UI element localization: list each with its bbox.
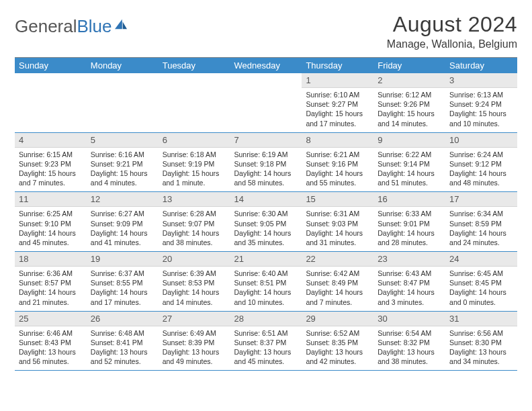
daylight-line: Daylight: 13 hours and 56 minutes.	[19, 347, 83, 366]
daylight-line: Daylight: 14 hours and 41 minutes.	[91, 228, 154, 247]
logo-sail-icon	[114, 18, 128, 30]
sunrise-line: Sunrise: 6:39 AM	[163, 269, 226, 278]
day-cell: 26Sunrise: 6:48 AMSunset: 8:41 PMDayligh…	[87, 311, 159, 371]
daylight-line: Daylight: 14 hours and 28 minutes.	[378, 228, 441, 247]
week-row: 4Sunrise: 6:15 AMSunset: 9:23 PMDaylight…	[15, 132, 517, 192]
day-number: 4	[15, 133, 87, 148]
sunrise-line: Sunrise: 6:36 AM	[19, 269, 83, 278]
day-details: Sunrise: 6:18 AMSunset: 9:19 PMDaylight:…	[159, 148, 230, 192]
day-cell: 12Sunrise: 6:27 AMSunset: 9:09 PMDayligh…	[87, 192, 159, 252]
sunset-line: Sunset: 9:10 PM	[19, 219, 83, 228]
sunrise-line: Sunrise: 6:56 AM	[449, 328, 513, 338]
daylight-line: Daylight: 13 hours and 45 minutes.	[234, 347, 298, 366]
day-details: Sunrise: 6:51 AMSunset: 8:37 PMDaylight:…	[230, 326, 302, 371]
header: GeneralBlue August 2024 Manage, Wallonia…	[15, 12, 517, 50]
day-cell: 20Sunrise: 6:39 AMSunset: 8:53 PMDayligh…	[159, 252, 230, 312]
day-cell: 18Sunrise: 6:36 AMSunset: 8:57 PMDayligh…	[15, 252, 87, 312]
day-number: 10	[445, 133, 517, 148]
day-cell: 11Sunrise: 6:25 AMSunset: 9:10 PMDayligh…	[15, 192, 87, 252]
day-details: Sunrise: 6:39 AMSunset: 8:53 PMDaylight:…	[159, 267, 230, 311]
day-number: 13	[159, 192, 230, 207]
sunset-line: Sunset: 9:14 PM	[378, 159, 441, 169]
daylight-line: Daylight: 13 hours and 34 minutes.	[449, 347, 513, 366]
page-subtitle: Manage, Wallonia, Belgium	[387, 38, 517, 50]
day-number: 28	[230, 312, 302, 326]
day-number: 26	[87, 312, 159, 326]
week-row: 18Sunrise: 6:36 AMSunset: 8:57 PMDayligh…	[15, 252, 517, 312]
day-cell: 25Sunrise: 6:46 AMSunset: 8:43 PMDayligh…	[15, 311, 87, 371]
sunset-line: Sunset: 8:55 PM	[91, 278, 154, 287]
day-cell: 3Sunrise: 6:13 AMSunset: 9:24 PMDaylight…	[445, 73, 517, 132]
day-number: 15	[302, 192, 373, 207]
sunset-line: Sunset: 9:26 PM	[378, 99, 441, 109]
sunset-line: Sunset: 9:01 PM	[378, 219, 441, 228]
daylight-line: Daylight: 14 hours and 58 minutes.	[234, 169, 298, 187]
day-number: 5	[87, 133, 159, 148]
sunrise-line: Sunrise: 6:27 AM	[91, 209, 154, 218]
page-title: August 2024	[387, 12, 517, 37]
day-details: Sunrise: 6:33 AMSunset: 9:01 PMDaylight:…	[373, 207, 445, 251]
sunrise-line: Sunrise: 6:10 AM	[306, 90, 369, 99]
day-number: 8	[302, 133, 373, 148]
day-details: Sunrise: 6:40 AMSunset: 8:51 PMDaylight:…	[230, 267, 302, 311]
day-number: 21	[230, 252, 302, 267]
day-cell: 15Sunrise: 6:31 AMSunset: 9:03 PMDayligh…	[302, 192, 373, 252]
day-cell: 31Sunrise: 6:56 AMSunset: 8:30 PMDayligh…	[445, 311, 517, 371]
dow-header: Sunday	[15, 58, 87, 74]
day-number: 3	[445, 73, 517, 88]
day-number: 19	[87, 252, 159, 267]
day-number: 25	[15, 312, 87, 326]
week-row: 1Sunrise: 6:10 AMSunset: 9:27 PMDaylight…	[15, 73, 517, 132]
day-cell: 19Sunrise: 6:37 AMSunset: 8:55 PMDayligh…	[87, 252, 159, 312]
day-details: Sunrise: 6:37 AMSunset: 8:55 PMDaylight:…	[87, 267, 159, 311]
sunrise-line: Sunrise: 6:21 AM	[306, 150, 369, 159]
day-cell: 6Sunrise: 6:18 AMSunset: 9:19 PMDaylight…	[159, 132, 230, 192]
daylight-line: Daylight: 14 hours and 55 minutes.	[306, 169, 369, 187]
daylight-line: Daylight: 14 hours and 21 minutes.	[19, 287, 83, 306]
calendar-table: SundayMondayTuesdayWednesdayThursdayFrid…	[15, 57, 517, 371]
daylight-line: Daylight: 14 hours and 14 minutes.	[163, 287, 226, 306]
day-details: Sunrise: 6:21 AMSunset: 9:16 PMDaylight:…	[302, 148, 373, 192]
daylight-line: Daylight: 14 hours and 7 minutes.	[306, 287, 369, 306]
daylight-line: Daylight: 14 hours and 45 minutes.	[19, 228, 83, 247]
dow-header: Friday	[373, 58, 445, 74]
sunrise-line: Sunrise: 6:28 AM	[163, 209, 226, 218]
sunset-line: Sunset: 8:49 PM	[306, 278, 369, 287]
day-details: Sunrise: 6:15 AMSunset: 9:23 PMDaylight:…	[15, 148, 87, 192]
sunrise-line: Sunrise: 6:24 AM	[449, 150, 513, 159]
day-number: 27	[159, 312, 230, 326]
day-details: Sunrise: 6:36 AMSunset: 8:57 PMDaylight:…	[15, 267, 87, 311]
day-number: 11	[15, 192, 87, 207]
day-details: Sunrise: 6:31 AMSunset: 9:03 PMDaylight:…	[302, 207, 373, 251]
sunset-line: Sunset: 8:39 PM	[163, 338, 226, 347]
day-cell: 8Sunrise: 6:21 AMSunset: 9:16 PMDaylight…	[302, 132, 373, 192]
sunset-line: Sunset: 8:30 PM	[449, 338, 513, 347]
day-cell	[87, 73, 159, 132]
svg-marker-0	[115, 19, 122, 28]
sunrise-line: Sunrise: 6:31 AM	[306, 209, 369, 218]
day-number: 6	[159, 133, 230, 148]
sunrise-line: Sunrise: 6:16 AM	[91, 150, 154, 159]
sunset-line: Sunset: 9:21 PM	[91, 159, 154, 169]
sunset-line: Sunset: 8:35 PM	[306, 338, 369, 347]
svg-marker-1	[122, 21, 126, 29]
sunrise-line: Sunrise: 6:46 AM	[19, 328, 83, 338]
day-cell	[230, 73, 302, 132]
day-cell: 29Sunrise: 6:52 AMSunset: 8:35 PMDayligh…	[302, 311, 373, 371]
day-number: 30	[373, 312, 445, 326]
sunset-line: Sunset: 9:23 PM	[19, 159, 83, 169]
week-row: 11Sunrise: 6:25 AMSunset: 9:10 PMDayligh…	[15, 192, 517, 252]
daylight-line: Daylight: 14 hours and 35 minutes.	[234, 228, 298, 247]
sunrise-line: Sunrise: 6:42 AM	[306, 269, 369, 278]
day-details: Sunrise: 6:25 AMSunset: 9:10 PMDaylight:…	[15, 207, 87, 251]
sunrise-line: Sunrise: 6:51 AM	[234, 328, 298, 338]
day-number: 31	[445, 312, 517, 326]
day-number: 12	[87, 192, 159, 207]
sunset-line: Sunset: 8:41 PM	[91, 338, 154, 347]
day-number: 17	[445, 192, 517, 207]
day-number: 2	[373, 73, 445, 88]
sunset-line: Sunset: 9:09 PM	[91, 219, 154, 228]
daylight-line: Daylight: 14 hours and 24 minutes.	[449, 228, 513, 247]
dow-header: Monday	[87, 58, 159, 74]
sunset-line: Sunset: 8:51 PM	[234, 278, 298, 287]
